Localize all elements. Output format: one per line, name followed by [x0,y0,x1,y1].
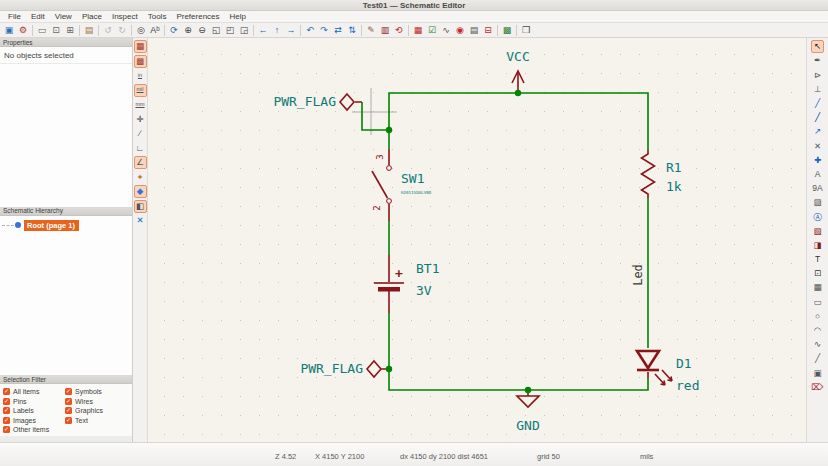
directive-labels-toggle[interactable]: ◆ [134,185,147,198]
menu-preferences[interactable]: Preferences [171,12,224,21]
filter-pins[interactable]: Pins [3,397,65,407]
rotate-ccw-button[interactable]: ↶ [303,24,317,37]
print-button[interactable]: ⊡ [49,24,63,37]
undo-button[interactable]: ↺ [101,24,115,37]
zoom-objects-button[interactable]: ◰ [223,24,237,37]
bom-button[interactable]: ▤ [467,24,481,37]
save-button[interactable]: ▣ [2,24,16,37]
gnd-power-symbol[interactable]: GND [516,390,540,433]
zoom-selection-button[interactable]: ◲ [237,24,251,37]
schematic-canvas[interactable]: VCC PWR_FLAG 3 2 SW1 H2011SDAL [148,38,806,442]
filter-wires[interactable]: Wires [65,397,130,407]
text-tool[interactable]: T [811,253,824,266]
line-mode-45-button[interactable]: ∠ [134,156,147,169]
bezier-tool[interactable]: ∿ [811,338,824,351]
units-mm-button[interactable]: mm [134,98,147,111]
paste-button[interactable]: ▤ [82,24,96,37]
edit-symbols-button[interactable]: ▥ [378,24,392,37]
rectangle-tool[interactable]: ▭ [811,295,824,308]
refresh-button[interactable]: ⟳ [167,24,181,37]
no-connect-tool[interactable]: ✕ [811,139,824,152]
select-tool[interactable]: ↖ [811,40,824,53]
filter-graphics[interactable]: Graphics [65,406,130,416]
pwr-flag-bottom-symbol[interactable]: PWR_FLAG [300,361,386,377]
units-mil-button[interactable]: mil [134,84,147,97]
simulator-button[interactable]: ∿ [439,24,453,37]
zoom-fit-button[interactable]: ◱ [209,24,223,37]
hierarchical-label-tool[interactable]: ▨ [811,196,824,209]
properties-panel-toggle[interactable]: ◧ [134,200,147,213]
table-tool[interactable]: ▦ [811,281,824,294]
zoom-in-button[interactable]: ⊕ [181,24,195,37]
add-symbol-tool[interactable]: ⊳ [811,68,824,81]
rotate-cw-button[interactable]: ↷ [317,24,331,37]
filter-other-items[interactable]: Other items [3,425,65,435]
filter-labels[interactable]: Labels [3,406,65,416]
sheet-pin-tool[interactable]: ◨ [811,239,824,252]
nav-forward-button[interactable]: → [284,24,298,37]
plot-button[interactable]: ⊞ [63,24,77,37]
battery-bt1-symbol[interactable]: + BT1 3V [374,255,439,313]
bus-entry-tool[interactable]: ↗ [811,125,824,138]
filter-all-items[interactable]: All items [3,387,65,397]
menu-file[interactable]: File [3,12,26,21]
export-netlist-button[interactable]: ⊟ [481,24,495,37]
show-panel-button[interactable]: ❒ [519,24,533,37]
assign-footprints-button[interactable]: ◉ [453,24,467,37]
menu-view[interactable]: View [50,12,77,21]
net-label-tool[interactable]: A [811,168,824,181]
line-tool[interactable]: ╱ [811,352,824,365]
update-symbols-button[interactable]: ⟲ [392,24,406,37]
pwr-flag-top-symbol[interactable]: PWR_FLAG [273,94,362,110]
mirror-h-button[interactable]: ⇄ [331,24,345,37]
redo-button[interactable]: ↻ [115,24,129,37]
page-settings-button[interactable]: ▭ [35,24,49,37]
units-inch-button[interactable]: in [134,69,147,82]
delete-tool[interactable]: ⌦ [811,381,824,394]
grid-toggle[interactable]: ▦ [134,40,147,53]
global-label-tool[interactable]: Ⓐ [811,210,824,223]
nav-up-button[interactable]: ↑ [270,24,284,37]
mirror-v-button[interactable]: ⇅ [345,24,359,37]
add-wire-tool[interactable]: ╱ [811,97,824,110]
hierarchy-root-item[interactable]: Root (page 1) [24,220,79,232]
menu-help[interactable]: Help [225,12,251,21]
zoom-out-button[interactable]: ⊖ [195,24,209,37]
resistor-r1-symbol[interactable]: R1 1k [642,150,682,198]
find-button[interactable]: ◎ [134,24,148,37]
line-mode-90-button[interactable]: ∟ [134,142,147,155]
find-replace-button[interactable]: Aᵇ [148,24,162,37]
filter-images[interactable]: Images [3,416,65,426]
junction-tool[interactable]: ✚ [811,154,824,167]
filter-text[interactable]: Text [65,416,130,426]
arc-tool[interactable]: ◠ [811,324,824,337]
menu-edit[interactable]: Edit [26,12,50,21]
open-pcb-editor-button[interactable]: ▩ [500,24,514,37]
erc-button[interactable]: ☑ [425,24,439,37]
nav-back-button[interactable]: ← [256,24,270,37]
led-d1-symbol[interactable]: D1 red [637,351,699,393]
vcc-power-symbol[interactable]: VCC [506,49,529,93]
crosshair-cursor-toggle[interactable]: ✛ [134,113,147,126]
panel-tools-toggle[interactable]: ✕ [134,214,147,227]
image-tool[interactable]: ▣ [811,366,824,379]
wires[interactable] [362,93,648,390]
annotate-button[interactable]: ✎ [364,24,378,37]
hierarchical-sheet-tool[interactable]: ▧ [811,224,824,237]
switch-sw1-symbol[interactable]: 3 2 SW1 H2011SDALVBD [372,149,432,221]
circle-tool[interactable]: ○ [811,310,824,323]
add-bus-tool[interactable]: ╱ [811,111,824,124]
symbol-fields-table-button[interactable]: ▦ [411,24,425,37]
hidden-pins-toggle[interactable]: ✦ [134,171,147,184]
menu-tools[interactable]: Tools [143,12,172,21]
text-box-tool[interactable]: ⊡ [811,267,824,280]
filter-symbols[interactable]: Symbols [65,387,130,397]
line-mode-free-button[interactable]: ∕ [134,127,147,140]
net-class-directive-tool[interactable]: 9A [811,182,824,195]
menu-place[interactable]: Place [77,12,107,21]
menu-inspect[interactable]: Inspect [107,12,143,21]
highlight-net-tool[interactable]: ✒ [811,54,824,67]
schematic-setup-button[interactable]: ⚙ [16,24,30,37]
add-power-tool[interactable]: ⊥ [811,83,824,96]
snap-grid-toggle[interactable]: ▩ [134,55,147,68]
